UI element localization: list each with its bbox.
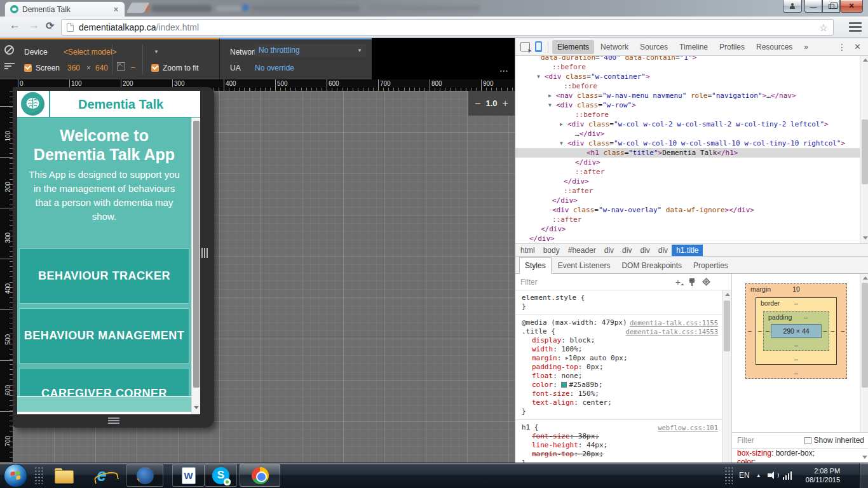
profile-button[interactable] bbox=[783, 0, 802, 13]
css-selector-line[interactable]: } bbox=[522, 302, 728, 311]
more-overrides-icon[interactable]: ⋯ bbox=[499, 65, 509, 76]
scroll-down-icon[interactable] bbox=[863, 236, 868, 240]
css-declaration[interactable]: margin: ▶10px auto 0px; bbox=[522, 354, 728, 363]
forward-button[interactable]: → bbox=[28, 18, 39, 32]
css-declaration[interactable]: display: block; bbox=[522, 336, 728, 345]
taskbar-firefox-button[interactable] bbox=[126, 464, 163, 487]
margin-left-value[interactable]: – bbox=[748, 327, 752, 334]
devtools-tab-elements[interactable]: Elements bbox=[552, 40, 594, 54]
scrollbar-thumb[interactable] bbox=[862, 283, 868, 388]
zoom-in-button[interactable]: + bbox=[503, 98, 508, 109]
dom-tree-node[interactable]: ▼<div class="w-container"> bbox=[515, 72, 860, 81]
reload-button[interactable]: ⟳ bbox=[46, 20, 54, 32]
screen-checkbox[interactable]: Screen bbox=[24, 64, 60, 72]
device-pixel-ratio[interactable]: – bbox=[131, 63, 135, 72]
box-model-padding[interactable]: padding – – – – 290 × 44 bbox=[763, 311, 829, 351]
css-declaration[interactable]: color: #25a89b; bbox=[522, 381, 728, 390]
scrollbar-thumb[interactable] bbox=[862, 119, 868, 184]
dom-tree-node[interactable]: ▶<div class="w-col w-col-2 w-col-small-2… bbox=[515, 119, 860, 129]
devtools-tab-»[interactable]: » bbox=[799, 40, 813, 54]
box-model-border[interactable]: border – – – – padding – – – – 290 × 44 bbox=[756, 297, 837, 365]
chrome-menu-icon[interactable] bbox=[849, 22, 862, 32]
scroll-down-icon[interactable] bbox=[862, 456, 867, 459]
sidebar-tab-properties[interactable]: Properties bbox=[688, 258, 733, 273]
inspect-element-icon[interactable] bbox=[520, 42, 530, 51]
dom-tree-node[interactable]: </div> bbox=[515, 158, 860, 167]
address-bar[interactable]: dementiatalkapp.ca/index.html ☆ bbox=[61, 19, 834, 36]
margin-bottom-value[interactable]: – bbox=[746, 369, 846, 377]
url-text[interactable]: dementiatalkapp.ca/index.html bbox=[79, 22, 819, 32]
color-swatch[interactable] bbox=[561, 382, 567, 388]
devtools-tab-timeline[interactable]: Timeline bbox=[674, 40, 713, 54]
swap-dimensions-icon[interactable] bbox=[117, 62, 125, 71]
animations-icon[interactable] bbox=[702, 278, 710, 286]
dom-tree-node[interactable]: ▼<div class="w-col w-col-10 w-col-small-… bbox=[515, 139, 860, 148]
show-desktop-button[interactable] bbox=[859, 463, 868, 488]
dom-tree-node[interactable]: </div> bbox=[515, 196, 860, 205]
checkbox-checked-icon[interactable] bbox=[151, 64, 159, 72]
css-declaration[interactable]: float: none; bbox=[522, 372, 728, 381]
dom-tree-node[interactable]: ::after bbox=[515, 215, 860, 224]
border-left-value[interactable]: – bbox=[758, 327, 762, 334]
start-button[interactable] bbox=[4, 464, 27, 487]
new-style-rule-icon[interactable]: + bbox=[675, 277, 681, 287]
dom-tree-node[interactable]: ::after bbox=[515, 167, 860, 177]
padding-top-value[interactable]: – bbox=[783, 313, 829, 321]
scroll-up-icon[interactable] bbox=[863, 58, 868, 62]
margin-top-value[interactable]: 10 bbox=[746, 285, 846, 293]
stylesheet-link[interactable]: dementia-talk.css:14553 bbox=[626, 327, 718, 336]
css-declaration[interactable]: margin-top: 20px; bbox=[522, 450, 728, 459]
dom-tree-node[interactable]: …</div> bbox=[515, 129, 860, 139]
expand-arrow-icon[interactable]: ▶ bbox=[548, 91, 556, 100]
computed-filter-input[interactable]: Filter bbox=[737, 436, 754, 445]
taskbar-clock[interactable]: 2:08 PM 08/11/2015 bbox=[798, 466, 840, 484]
taskbar-skype-button[interactable]: S bbox=[205, 464, 237, 487]
device-resize-grip[interactable] bbox=[201, 248, 209, 258]
css-selector-line[interactable]: } bbox=[522, 407, 728, 416]
screen-height-field[interactable]: 640 bbox=[95, 64, 108, 72]
breadcrumb-item[interactable]: div bbox=[622, 246, 632, 255]
volume-icon[interactable] bbox=[768, 471, 776, 480]
breadcrumb-item[interactable]: div bbox=[658, 246, 668, 255]
css-declaration[interactable]: width: 100%; bbox=[522, 345, 728, 354]
css-selector-line[interactable]: dementia-talk.css:14553.title { bbox=[522, 327, 728, 336]
metrics-scrollbar[interactable] bbox=[860, 274, 868, 432]
breadcrumb-item[interactable]: html bbox=[520, 246, 535, 255]
css-selector-line[interactable]: element.style { bbox=[522, 294, 728, 302]
sidebar-tab-styles[interactable]: Styles bbox=[519, 257, 552, 274]
css-selector-line[interactable]: webflow.css:101h1 { bbox=[522, 423, 728, 432]
language-indicator[interactable]: EN bbox=[739, 471, 750, 480]
taskbar-chrome-button[interactable] bbox=[240, 464, 280, 487]
checkbox-icon[interactable] bbox=[804, 437, 811, 444]
css-selector-line[interactable]: dementia-talk.css:1155@media (max-width:… bbox=[522, 318, 728, 327]
dom-tree-node[interactable]: </div> bbox=[515, 234, 860, 243]
border-bottom-value[interactable]: – bbox=[756, 355, 836, 363]
dom-tree-node[interactable]: ::before bbox=[515, 81, 860, 91]
taskbar-ie-button[interactable]: e bbox=[92, 465, 112, 485]
sidebar-tab-event-listeners[interactable]: Event Listeners bbox=[553, 258, 616, 273]
chevron-down-icon[interactable]: ▼ bbox=[154, 49, 159, 55]
stylesheet-link[interactable]: dementia-talk.css:1155 bbox=[630, 318, 718, 327]
padding-right-value[interactable]: – bbox=[823, 327, 827, 334]
window-maximize-button[interactable] bbox=[822, 0, 840, 13]
bookmark-star-icon[interactable]: ☆ bbox=[819, 22, 828, 34]
checkbox-checked-icon[interactable] bbox=[24, 64, 32, 72]
zoom-to-fit-checkbox[interactable]: Zoom to fit bbox=[151, 64, 199, 72]
dom-tree-node[interactable]: ::before bbox=[515, 62, 860, 72]
window-close-button[interactable]: ✕ bbox=[840, 0, 863, 13]
device-mode-icon[interactable] bbox=[535, 41, 542, 52]
zoom-out-button[interactable]: − bbox=[475, 98, 480, 109]
margin-right-value[interactable]: – bbox=[841, 327, 844, 334]
box-model-margin[interactable]: margin 10 – – – border – – – – padding –… bbox=[745, 283, 847, 379]
page-scrollbar[interactable] bbox=[191, 118, 200, 414]
browser-tab[interactable]: Dementia Talk × bbox=[4, 1, 125, 17]
computed-property[interactable]: box-sizing: border-box; bbox=[732, 449, 859, 458]
css-declaration[interactable]: text-align: center; bbox=[522, 398, 728, 407]
devtools-tab-resources[interactable]: Resources bbox=[751, 40, 797, 54]
device-model-select[interactable]: <Select model> bbox=[64, 48, 116, 57]
css-declaration[interactable]: font-size: 150%; bbox=[522, 390, 728, 398]
back-button[interactable]: ← bbox=[9, 18, 20, 32]
dom-tree-node[interactable]: <div class="w-nav-overlay" data-wf-ignor… bbox=[515, 205, 860, 215]
window-minimize-button[interactable]: — bbox=[804, 0, 822, 13]
hidden-icons-arrow[interactable]: ▲ bbox=[756, 473, 761, 478]
